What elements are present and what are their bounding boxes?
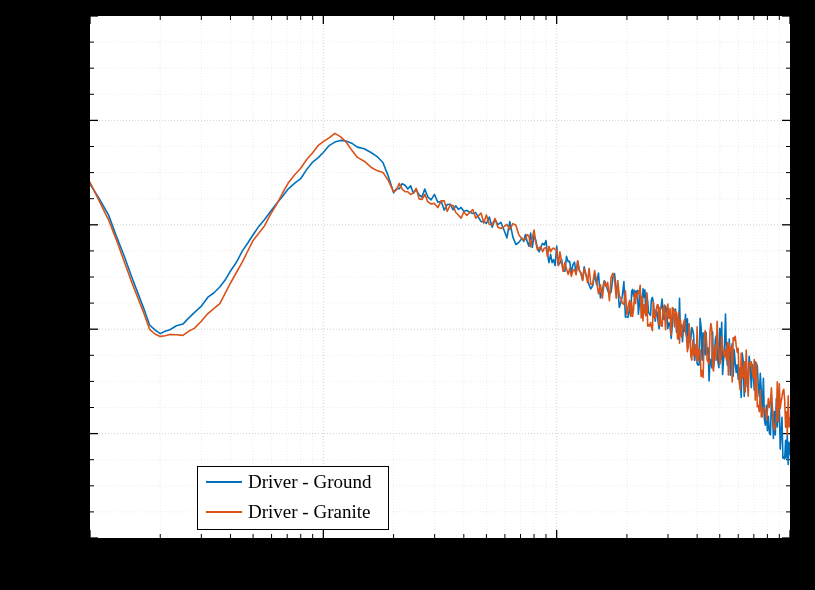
legend-item-ground: Driver - Ground bbox=[198, 467, 388, 497]
legend-swatch bbox=[206, 481, 242, 483]
chart-legend: Driver - Ground Driver - Granite bbox=[197, 466, 389, 530]
chart-canvas bbox=[90, 16, 790, 538]
legend-label: Driver - Granite bbox=[248, 501, 370, 523]
legend-item-granite: Driver - Granite bbox=[198, 497, 388, 527]
chart-plot-area: Driver - Ground Driver - Granite bbox=[88, 14, 792, 540]
legend-swatch bbox=[206, 511, 242, 513]
legend-label: Driver - Ground bbox=[248, 471, 371, 493]
